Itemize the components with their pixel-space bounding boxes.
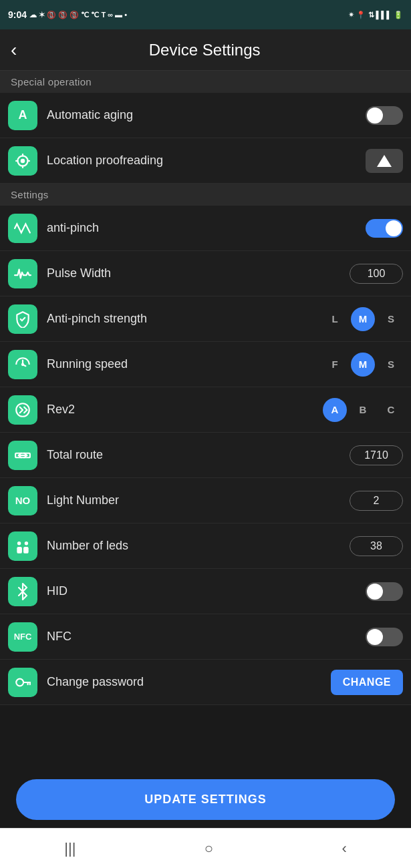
row-rev2: Rev2 A B C [0,387,411,433]
no-icon: NO [15,495,31,506]
shield-icon [14,310,31,328]
nfc-text-icon: NFC [14,632,32,642]
icon-automatic-aging: A [8,101,37,130]
row-hid: HID [0,569,411,614]
icon-running-speed [8,350,37,379]
nav-home-icon[interactable]: ○ [204,840,213,857]
icon-number-of-leds [8,531,37,561]
value-light-number[interactable]: 2 [350,491,403,511]
lms-running-speed: F M S [323,353,403,377]
label-light-number: Light Number [47,493,340,507]
key-icon [14,674,31,691]
svg-point-10 [17,541,21,544]
row-anti-pinch: anti-pinch [0,206,411,251]
row-automatic-aging: A Automatic aging [0,93,411,138]
route-icon [14,447,31,464]
row-pulse-width: Pulse Width 100 [0,251,411,296]
nav-recent-apps-icon[interactable]: ||| [64,840,76,857]
label-total-route: Total route [47,448,340,462]
row-location-proofreading: Location proofreading [0,138,411,184]
section-settings: Settings [0,184,411,206]
row-anti-pinch-strength: Anti-pinch strength L M S [0,296,411,342]
label-hid: HID [47,584,356,598]
toggle-nfc[interactable] [366,628,403,646]
value-total-route[interactable]: 1710 [350,445,403,465]
lms-anti-pinch-strength: L M S [323,307,403,331]
app-header: ‹ Device Settings [0,29,411,71]
row-nfc: NFC NFC [0,614,411,660]
icon-nfc: NFC [8,622,37,652]
row-change-password: Change password CHANGE [0,660,411,705]
label-running-speed: Running speed [47,357,313,371]
toggle-thumb-anti-pinch [386,220,402,236]
icon-total-route [8,441,37,470]
label-anti-pinch: anti-pinch [47,221,356,235]
row-running-speed: Running speed F M S [0,342,411,387]
lms-rev2: A B C [323,398,403,422]
value-number-of-leds[interactable]: 38 [350,536,403,556]
icon-anti-pinch-strength [8,304,37,334]
toggle-thumb-nfc [367,629,383,645]
icon-location-proofreading [8,146,37,176]
status-time: 9:04 [8,9,27,20]
change-password-button[interactable]: CHANGE [331,670,403,695]
value-pulse-width[interactable]: 100 [350,264,403,284]
label-pulse-width: Pulse Width [47,266,340,280]
lms-rev2-B[interactable]: B [351,398,375,422]
triangle-icon [377,155,392,167]
wave-icon [14,220,31,237]
row-light-number: NO Light Number 2 [0,478,411,523]
label-number-of-leds: Number of leds [47,539,340,553]
lms-speed-S[interactable]: S [379,353,403,377]
settings-list: Special operation A Automatic aging Loca… [0,71,411,767]
svg-rect-12 [17,547,22,554]
update-settings-button[interactable]: UPDATE SETTINGS [16,779,395,820]
lms-rev2-C[interactable]: C [379,398,403,422]
label-rev2: Rev2 [47,403,313,417]
lms-speed-F[interactable]: F [323,353,347,377]
svg-point-6 [21,363,24,365]
back-button[interactable]: ‹ [11,41,17,59]
page-title: Device Settings [27,41,400,59]
pulse-icon [14,265,31,282]
lms-rev2-A[interactable]: A [323,398,347,422]
lms-btn-S[interactable]: S [379,307,403,331]
svg-point-11 [25,541,28,544]
row-total-route: Total route 1710 [0,433,411,478]
label-automatic-aging: Automatic aging [47,108,356,122]
toggle-anti-pinch[interactable] [366,219,403,238]
update-settings-area: UPDATE SETTINGS [0,767,411,828]
lms-speed-M[interactable]: M [351,353,375,377]
svg-point-14 [16,678,23,686]
svg-rect-13 [23,547,29,554]
row-number-of-leds: Number of leds 38 [0,523,411,569]
location-proofreading-button[interactable] [366,149,403,173]
toggle-hid[interactable] [366,582,403,601]
status-right-icons: ✴ 📍 ⇅ ▌▌▌ 🔋 [348,11,403,19]
label-anti-pinch-strength: Anti-pinch strength [47,312,313,326]
label-change-password: Change password [47,675,321,689]
status-icons: ☁ ✶ 📵 📵 📵 ℃ ℃ T ∞ ▬ • [29,11,127,19]
bluetooth-icon [14,583,31,600]
nav-back-icon[interactable]: ‹ [341,840,346,857]
icon-pulse-width [8,259,37,288]
toggle-automatic-aging[interactable] [366,106,403,125]
label-location-proofreading: Location proofreading [47,154,356,168]
toggle-thumb-automatic-aging [367,107,383,124]
leds-icon [14,537,31,555]
icon-light-number: NO [8,486,37,515]
icon-hid [8,577,37,606]
section-special-operation: Special operation [0,71,411,93]
icon-rev2 [8,395,37,425]
lms-btn-L[interactable]: L [323,307,347,331]
svg-point-0 [21,158,25,163]
status-bar: 9:04 ☁ ✶ 📵 📵 📵 ℃ ℃ T ∞ ▬ • ✴ 📍 ⇅ ▌▌▌ 🔋 [0,0,411,29]
target-icon [14,152,31,170]
icon-change-password [8,668,37,697]
lms-btn-M[interactable]: M [351,307,375,331]
icon-anti-pinch [8,214,37,243]
speed-icon [14,356,31,373]
label-nfc: NFC [47,630,356,644]
toggle-thumb-hid [367,584,383,600]
rev-icon [14,401,31,419]
